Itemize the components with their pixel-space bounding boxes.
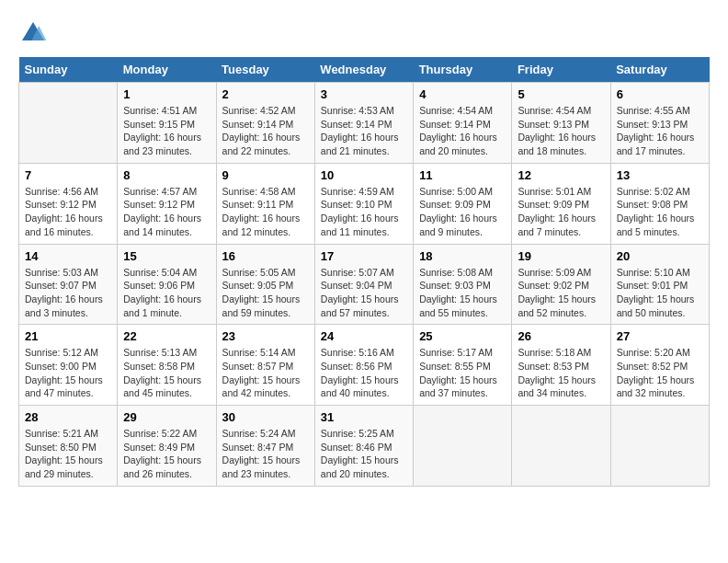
day-number: 17 [321, 249, 407, 263]
day-number: 16 [222, 249, 309, 263]
calendar-header: SundayMondayTuesdayWednesdayThursdayFrid… [19, 57, 710, 83]
calendar-cell: 9Sunrise: 4:58 AMSunset: 9:11 PMDaylight… [216, 163, 314, 244]
day-number: 10 [321, 168, 407, 182]
column-header-monday: Monday [118, 57, 216, 83]
calendar-cell: 1Sunrise: 4:51 AMSunset: 9:15 PMDaylight… [118, 83, 216, 164]
calendar-cell: 13Sunrise: 5:02 AMSunset: 9:08 PMDayligh… [610, 163, 709, 244]
day-number: 3 [321, 87, 407, 101]
column-header-tuesday: Tuesday [216, 57, 314, 83]
day-info: Sunrise: 5:22 AMSunset: 8:49 PMDaylight:… [123, 427, 210, 481]
calendar-cell: 12Sunrise: 5:01 AMSunset: 9:09 PMDayligh… [512, 163, 610, 244]
calendar-cell [610, 406, 709, 487]
day-number: 13 [617, 168, 703, 182]
day-number: 1 [123, 87, 210, 101]
day-info: Sunrise: 5:00 AMSunset: 9:09 PMDaylight:… [419, 185, 506, 239]
day-info: Sunrise: 5:10 AMSunset: 9:01 PMDaylight:… [617, 266, 703, 320]
day-info: Sunrise: 5:12 AMSunset: 9:00 PMDaylight:… [25, 346, 111, 400]
day-number: 27 [617, 329, 703, 343]
logo [18, 18, 51, 48]
day-info: Sunrise: 5:03 AMSunset: 9:07 PMDaylight:… [25, 266, 111, 320]
calendar-cell: 5Sunrise: 4:54 AMSunset: 9:13 PMDaylight… [512, 83, 610, 164]
day-info: Sunrise: 4:57 AMSunset: 9:12 PMDaylight:… [123, 185, 210, 239]
calendar-week-1: 1Sunrise: 4:51 AMSunset: 9:15 PMDaylight… [19, 83, 710, 164]
calendar-cell: 23Sunrise: 5:14 AMSunset: 8:57 PMDayligh… [216, 325, 314, 406]
day-number: 20 [617, 249, 703, 263]
day-info: Sunrise: 5:02 AMSunset: 9:08 PMDaylight:… [617, 185, 703, 239]
calendar-week-4: 21Sunrise: 5:12 AMSunset: 9:00 PMDayligh… [19, 325, 710, 406]
day-number: 19 [518, 249, 604, 263]
day-number: 29 [123, 410, 210, 424]
day-number: 9 [222, 168, 309, 182]
day-info: Sunrise: 5:18 AMSunset: 8:53 PMDaylight:… [518, 346, 604, 400]
column-header-friday: Friday [512, 57, 610, 83]
calendar-cell: 7Sunrise: 4:56 AMSunset: 9:12 PMDaylight… [19, 163, 118, 244]
day-info: Sunrise: 4:53 AMSunset: 9:14 PMDaylight:… [321, 104, 407, 158]
day-info: Sunrise: 5:17 AMSunset: 8:55 PMDaylight:… [419, 346, 506, 400]
calendar-cell: 18Sunrise: 5:08 AMSunset: 9:03 PMDayligh… [414, 244, 512, 325]
day-number: 14 [25, 249, 111, 263]
calendar-cell: 21Sunrise: 5:12 AMSunset: 9:00 PMDayligh… [19, 325, 118, 406]
calendar-cell: 4Sunrise: 4:54 AMSunset: 9:14 PMDaylight… [414, 83, 512, 164]
day-number: 5 [518, 87, 604, 101]
calendar-cell: 2Sunrise: 4:52 AMSunset: 9:14 PMDaylight… [216, 83, 314, 164]
calendar-week-3: 14Sunrise: 5:03 AMSunset: 9:07 PMDayligh… [19, 244, 710, 325]
day-info: Sunrise: 5:04 AMSunset: 9:06 PMDaylight:… [123, 266, 210, 320]
day-info: Sunrise: 5:14 AMSunset: 8:57 PMDaylight:… [222, 346, 309, 400]
day-number: 26 [518, 329, 604, 343]
day-info: Sunrise: 5:01 AMSunset: 9:09 PMDaylight:… [518, 185, 604, 239]
day-info: Sunrise: 5:07 AMSunset: 9:04 PMDaylight:… [321, 266, 407, 320]
day-number: 18 [419, 249, 506, 263]
calendar-cell: 10Sunrise: 4:59 AMSunset: 9:10 PMDayligh… [314, 163, 413, 244]
calendar-cell: 19Sunrise: 5:09 AMSunset: 9:02 PMDayligh… [512, 244, 610, 325]
day-number: 23 [222, 329, 309, 343]
day-info: Sunrise: 5:05 AMSunset: 9:05 PMDaylight:… [222, 266, 309, 320]
day-info: Sunrise: 4:51 AMSunset: 9:15 PMDaylight:… [123, 104, 210, 158]
calendar-cell: 17Sunrise: 5:07 AMSunset: 9:04 PMDayligh… [314, 244, 413, 325]
day-number: 31 [321, 410, 407, 424]
day-info: Sunrise: 5:09 AMSunset: 9:02 PMDaylight:… [518, 266, 604, 320]
calendar-cell: 15Sunrise: 5:04 AMSunset: 9:06 PMDayligh… [118, 244, 216, 325]
column-header-thursday: Thursday [414, 57, 512, 83]
day-number: 24 [321, 329, 407, 343]
day-number: 28 [25, 410, 111, 424]
day-number: 30 [222, 410, 309, 424]
day-info: Sunrise: 4:54 AMSunset: 9:14 PMDaylight:… [419, 104, 506, 158]
day-info: Sunrise: 4:55 AMSunset: 9:13 PMDaylight:… [617, 104, 703, 158]
calendar-cell: 31Sunrise: 5:25 AMSunset: 8:46 PMDayligh… [314, 406, 413, 487]
day-number: 7 [25, 168, 111, 182]
calendar-cell: 20Sunrise: 5:10 AMSunset: 9:01 PMDayligh… [610, 244, 709, 325]
day-info: Sunrise: 5:16 AMSunset: 8:56 PMDaylight:… [321, 346, 407, 400]
calendar-cell [414, 406, 512, 487]
calendar-cell: 6Sunrise: 4:55 AMSunset: 9:13 PMDaylight… [610, 83, 709, 164]
calendar-cell [19, 83, 118, 164]
column-header-saturday: Saturday [610, 57, 709, 83]
calendar-week-2: 7Sunrise: 4:56 AMSunset: 9:12 PMDaylight… [19, 163, 710, 244]
day-number: 15 [123, 249, 210, 263]
day-number: 8 [123, 168, 210, 182]
header-row: SundayMondayTuesdayWednesdayThursdayFrid… [19, 57, 710, 83]
calendar-cell: 26Sunrise: 5:18 AMSunset: 8:53 PMDayligh… [512, 325, 610, 406]
day-info: Sunrise: 5:20 AMSunset: 8:52 PMDaylight:… [617, 346, 703, 400]
calendar-cell: 3Sunrise: 4:53 AMSunset: 9:14 PMDaylight… [314, 83, 413, 164]
calendar-body: 1Sunrise: 4:51 AMSunset: 9:15 PMDaylight… [19, 83, 710, 487]
calendar-cell: 8Sunrise: 4:57 AMSunset: 9:12 PMDaylight… [118, 163, 216, 244]
day-info: Sunrise: 5:21 AMSunset: 8:50 PMDaylight:… [25, 427, 111, 481]
calendar-cell: 28Sunrise: 5:21 AMSunset: 8:50 PMDayligh… [19, 406, 118, 487]
calendar-cell: 14Sunrise: 5:03 AMSunset: 9:07 PMDayligh… [19, 244, 118, 325]
day-info: Sunrise: 5:13 AMSunset: 8:58 PMDaylight:… [123, 346, 210, 400]
day-number: 22 [123, 329, 210, 343]
calendar-table: SundayMondayTuesdayWednesdayThursdayFrid… [18, 57, 710, 487]
day-number: 21 [25, 329, 111, 343]
calendar-cell: 29Sunrise: 5:22 AMSunset: 8:49 PMDayligh… [118, 406, 216, 487]
day-number: 25 [419, 329, 506, 343]
day-number: 2 [222, 87, 309, 101]
calendar-cell: 25Sunrise: 5:17 AMSunset: 8:55 PMDayligh… [414, 325, 512, 406]
day-number: 12 [518, 168, 604, 182]
column-header-wednesday: Wednesday [314, 57, 413, 83]
page-header [18, 18, 710, 48]
day-info: Sunrise: 4:58 AMSunset: 9:11 PMDaylight:… [222, 185, 309, 239]
calendar-cell: 11Sunrise: 5:00 AMSunset: 9:09 PMDayligh… [414, 163, 512, 244]
day-info: Sunrise: 4:52 AMSunset: 9:14 PMDaylight:… [222, 104, 309, 158]
day-info: Sunrise: 4:56 AMSunset: 9:12 PMDaylight:… [25, 185, 111, 239]
day-info: Sunrise: 4:54 AMSunset: 9:13 PMDaylight:… [518, 104, 604, 158]
